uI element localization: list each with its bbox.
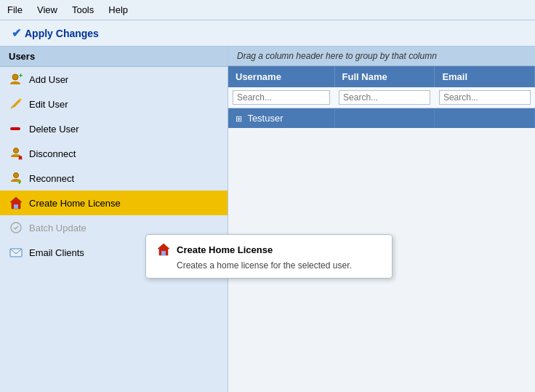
main-container: Users + Add User Edit User: [0, 47, 535, 392]
edit-user-icon: [9, 97, 23, 111]
sidebar-item-edit-user[interactable]: Edit User: [0, 92, 228, 116]
svg-point-6: [14, 173, 19, 178]
menu-file[interactable]: File: [0, 2, 30, 17]
create-home-license-tooltip: Create Home License Creates a home licen…: [145, 234, 393, 279]
svg-point-0: [12, 74, 18, 80]
email-clients-icon: [9, 245, 23, 260]
apply-changes-label: Apply Changes: [25, 28, 99, 39]
search-fullname-cell: [334, 87, 435, 108]
delete-user-icon: [9, 121, 23, 136]
menu-view[interactable]: View: [30, 2, 65, 17]
menu-tools[interactable]: Tools: [65, 2, 101, 17]
column-username[interactable]: Username: [228, 66, 334, 87]
table-row[interactable]: ⊞ Testuser: [228, 108, 535, 129]
delete-user-label: Delete User: [29, 124, 79, 135]
column-email[interactable]: Email: [435, 66, 535, 87]
column-fullname[interactable]: Full Name: [334, 66, 435, 87]
sidebar-header: Users: [0, 47, 228, 67]
svg-text:+: +: [19, 72, 23, 79]
table-wrapper: Username Full Name Email: [228, 66, 535, 392]
add-user-icon: +: [9, 72, 23, 87]
expand-icon[interactable]: ⊞: [236, 114, 242, 123]
reconnect-label: Reconnect: [29, 173, 74, 184]
drag-column-header: Drag a column header here to group by th…: [228, 47, 535, 66]
cell-fullname: [334, 108, 435, 129]
create-home-license-label: Create Home License: [29, 198, 121, 209]
search-username-cell: [228, 87, 334, 108]
apply-changes-button[interactable]: ✔ Apply Changes: [6, 24, 105, 42]
search-email-input[interactable]: [439, 90, 531, 105]
sidebar-item-disconnect[interactable]: Disconnect: [0, 141, 228, 166]
reconnect-icon: [9, 171, 23, 185]
sidebar-item-add-user[interactable]: + Add User: [0, 67, 228, 92]
username-value: Testuser: [247, 113, 283, 124]
search-username-input[interactable]: [233, 90, 330, 105]
menu-bar: File View Tools Help: [0, 0, 535, 20]
svg-rect-2: [10, 127, 20, 130]
batch-update-label: Batch Update: [29, 223, 87, 233]
search-email-cell: [435, 87, 535, 108]
tooltip-home-icon: [156, 242, 171, 257]
cell-email: [435, 108, 535, 129]
disconnect-label: Disconnect: [29, 148, 76, 159]
sidebar-item-create-home-license[interactable]: Create Home License Create Home License …: [0, 191, 228, 215]
users-table: Username Full Name Email: [228, 66, 535, 128]
home-license-icon: [9, 196, 23, 210]
tooltip-title: Create Home License: [156, 242, 382, 257]
add-user-label: Add User: [29, 74, 68, 85]
menu-help[interactable]: Help: [101, 2, 135, 17]
sidebar: Users + Add User Edit User: [0, 47, 228, 392]
toolbar: ✔ Apply Changes: [0, 20, 535, 47]
email-clients-label: Email Clients: [29, 247, 84, 258]
sidebar-item-reconnect[interactable]: Reconnect: [0, 166, 228, 191]
batch-update-icon: [9, 220, 23, 235]
checkmark-icon: ✔: [12, 26, 21, 40]
sidebar-item-delete-user[interactable]: Delete User: [0, 116, 228, 141]
tooltip-title-text: Create Home License: [177, 244, 273, 255]
search-fullname-input[interactable]: [339, 90, 430, 105]
edit-user-label: Edit User: [29, 99, 68, 110]
svg-rect-8: [14, 204, 18, 209]
svg-point-3: [14, 148, 19, 153]
svg-rect-10: [161, 251, 166, 255]
disconnect-icon: [9, 146, 23, 161]
right-panel: Drag a column header here to group by th…: [228, 47, 535, 392]
tooltip-description: Creates a home license for the selected …: [156, 260, 382, 271]
table-search-row: [228, 87, 535, 108]
cell-username: ⊞ Testuser: [228, 108, 334, 129]
table-header-row: Username Full Name Email: [228, 66, 535, 87]
